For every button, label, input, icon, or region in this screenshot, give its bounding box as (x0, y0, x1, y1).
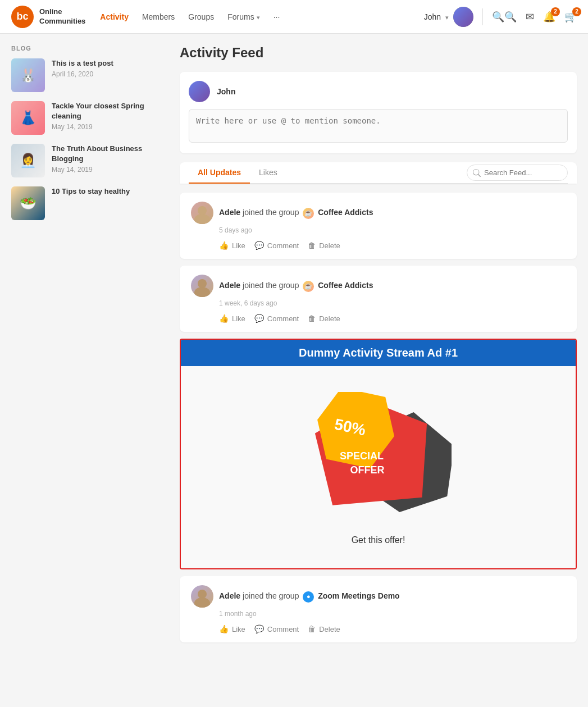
nav-forums[interactable]: Forums (227, 12, 259, 21)
like-button-3[interactable]: Like (219, 624, 245, 633)
group-icon-zoom: ● (303, 591, 314, 603)
user-avatar (453, 7, 473, 27)
svg-point-1 (194, 214, 210, 224)
svg-text:OFFER: OFFER (350, 464, 384, 476)
delete-button-1[interactable]: Delete (308, 241, 340, 250)
activity-time-1: 5 days ago (219, 226, 566, 234)
user-chevron-icon (445, 12, 449, 21)
feed-search (467, 165, 568, 181)
comment-icon (254, 624, 264, 633)
tab-likes[interactable]: Likes (250, 162, 286, 184)
blog-thumb-1: 🐰 (11, 58, 45, 92)
delete-icon (308, 241, 316, 250)
activity-item-1: Adele joined the group ☕ Coffee Addicts … (180, 193, 577, 259)
ad-cta: Get this offer! (352, 535, 405, 545)
search-feed-input[interactable] (467, 165, 568, 181)
nav-activity[interactable]: Activity (100, 12, 129, 21)
blog-info-1: This is a test post April 16, 2020 (52, 58, 113, 78)
notifications-button[interactable]: 🔔 2 (543, 11, 555, 23)
messages-button[interactable]: ✉ (526, 11, 534, 23)
blog-date-3: May 14, 2019 (52, 166, 168, 174)
activity-actions-2: Like Comment Delete (219, 314, 566, 323)
ad-card[interactable]: Dummy Activity Stream Ad #1 50% (180, 339, 577, 569)
delete-button-2[interactable]: Delete (308, 314, 340, 323)
cart-button[interactable]: 🛒 2 (564, 11, 577, 23)
blog-info-3: The Truth About Business Blogging May 14… (52, 144, 168, 174)
blog-section-label: BLOG (11, 45, 168, 52)
blog-date-1: April 16, 2020 (52, 70, 113, 78)
blog-item[interactable]: 🐰 This is a test post April 16, 2020 (11, 58, 168, 92)
feed-tabs-container: All Updates Likes (180, 162, 577, 184)
header-right: John 🔍 ✉ 🔔 2 🛒 2 (424, 7, 577, 27)
activity-item-3: Adele joined the group ● Zoom Meetings D… (180, 576, 577, 642)
nav-groups[interactable]: Groups (188, 12, 214, 21)
activity-time-2: 1 week, 6 days ago (219, 299, 566, 307)
comment-button-3[interactable]: Comment (254, 624, 299, 633)
chevron-down-icon (257, 12, 260, 21)
sidebar: BLOG 🐰 This is a test post April 16, 202… (11, 45, 168, 649)
search-icon: 🔍 (492, 11, 517, 23)
blog-title-1: This is a test post (52, 58, 113, 69)
avatar-adele-2 (191, 275, 213, 297)
blog-thumb-4: 🥗 (11, 186, 45, 220)
blog-date-2: May 14, 2019 (52, 123, 168, 131)
like-icon (219, 314, 229, 323)
ad-graphic: 50% SPECIAL OFFER (306, 389, 452, 524)
nav-members[interactable]: Members (142, 12, 175, 21)
notification-badge: 2 (551, 7, 560, 16)
like-button-2[interactable]: Like (219, 314, 245, 323)
envelope-icon: ✉ (526, 11, 534, 23)
blog-item[interactable]: 👗 Tackle Your closest Spring cleaning Ma… (11, 101, 168, 135)
ad-title: Dummy Activity Stream Ad #1 (188, 346, 569, 359)
blog-info-2: Tackle Your closest Spring cleaning May … (52, 101, 168, 131)
svg-point-0 (198, 206, 207, 215)
blog-info-4: 10 Tips to stay healthy (52, 186, 130, 198)
post-user-name: John (217, 87, 235, 96)
comment-button-1[interactable]: Comment (254, 241, 299, 250)
activity-text-2: Adele joined the group ☕ Coffee Addicts (219, 280, 373, 291)
site-header: bc Online Communities Activity Members G… (0, 0, 588, 34)
svg-text:SPECIAL: SPECIAL (339, 450, 383, 462)
like-icon (219, 241, 229, 250)
page-title: Activity Feed (180, 45, 577, 61)
activity-text-1: Adele joined the group ☕ Coffee Addicts (219, 207, 373, 218)
blog-item[interactable]: 👩‍💼 The Truth About Business Blogging Ma… (11, 144, 168, 177)
delete-button-3[interactable]: Delete (308, 624, 340, 633)
blog-thumb-2: 👗 (11, 101, 45, 135)
delete-icon (308, 624, 316, 633)
comment-icon (254, 314, 264, 323)
group-icon-coffee-1: ☕ (303, 208, 314, 219)
blog-item[interactable]: 🥗 10 Tips to stay healthy (11, 186, 168, 220)
nav-more[interactable]: ··· (274, 12, 280, 21)
logo-icon: bc (11, 6, 34, 28)
blog-title-3: The Truth About Business Blogging (52, 144, 168, 164)
svg-point-2 (198, 279, 207, 288)
like-icon (219, 624, 229, 633)
avatar-adele-3 (191, 585, 213, 608)
feed-tabs: All Updates Likes (189, 162, 568, 184)
svg-point-11 (194, 597, 210, 608)
svg-point-3 (194, 287, 210, 297)
main-content: Activity Feed John All Updates Likes (180, 45, 577, 649)
activity-time-3: 1 month ago (219, 610, 566, 618)
post-input[interactable] (189, 109, 568, 143)
activity-header-3: Adele joined the group ● Zoom Meetings D… (191, 585, 566, 608)
main-nav: Activity Members Groups Forums ··· (100, 12, 280, 21)
search-button[interactable]: 🔍 (492, 11, 517, 23)
tab-all-updates[interactable]: All Updates (189, 162, 250, 184)
header-divider (482, 8, 483, 25)
svg-point-10 (198, 590, 207, 599)
activity-actions-3: Like Comment Delete (219, 624, 566, 633)
ad-header: Dummy Activity Stream Ad #1 (181, 340, 576, 366)
activity-header-2: Adele joined the group ☕ Coffee Addicts (191, 275, 566, 297)
post-user-avatar (189, 81, 210, 102)
brand-name: Online Communities (39, 7, 85, 26)
like-button-1[interactable]: Like (219, 241, 245, 250)
comment-icon (254, 241, 264, 250)
blog-thumb-3: 👩‍💼 (11, 144, 45, 177)
site-logo[interactable]: bc Online Communities (11, 6, 85, 28)
comment-button-2[interactable]: Comment (254, 314, 299, 323)
user-menu[interactable]: John (424, 7, 473, 27)
activity-text-3: Adele joined the group ● Zoom Meetings D… (219, 590, 400, 602)
delete-icon (308, 314, 316, 323)
